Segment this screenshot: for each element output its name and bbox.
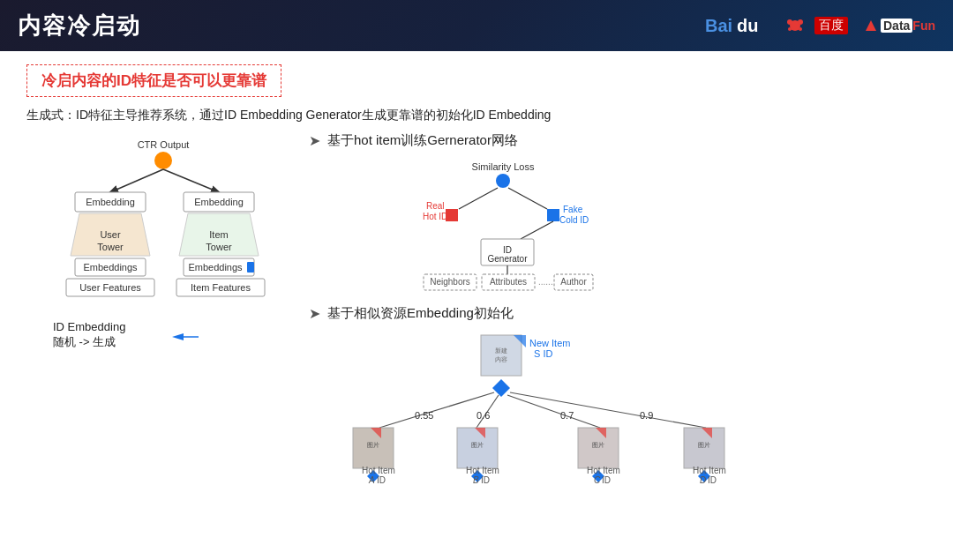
- svg-text:Embedding: Embedding: [86, 197, 135, 207]
- svg-text:图片: 图片: [698, 442, 710, 448]
- svg-text:Neighbors: Neighbors: [430, 277, 470, 287]
- description-text: 生成式：ID特征主导推荐系统，通过ID Embedding Generator生…: [26, 108, 927, 123]
- right-content: ➤ 基于hot item训练Gernerator网络 Similarity Lo…: [309, 132, 927, 489]
- hot-item-d-image: [684, 428, 724, 468]
- section2-title: 基于相似资源Embedding初始化: [327, 305, 514, 322]
- section1-title: 基于hot item训练Gernerator网络: [327, 132, 518, 149]
- datafun-logo: Data Fun: [864, 19, 935, 33]
- similar-diagram-svg: 新建 内容 New Item S ID 0.55 0.6 0.7: [309, 331, 803, 485]
- bullet-arrow-1: ➤: [309, 132, 320, 149]
- svg-text:Bai: Bai: [705, 16, 732, 35]
- baidu-logo-icon: Bai du: [705, 12, 776, 39]
- svg-text:Hot Item: Hot Item: [693, 466, 726, 475]
- subtitle-text: 冷启内容的ID特征是否可以更靠谱: [41, 72, 266, 89]
- svg-point-4: [798, 19, 803, 25]
- svg-text:A: A: [368, 475, 375, 485]
- ctr-output-label: CTR Output: [138, 139, 190, 150]
- id-arrow-head: [172, 333, 184, 340]
- svg-point-6: [799, 27, 802, 31]
- main-node-diamond: [492, 379, 510, 397]
- svg-text:Tower: Tower: [97, 242, 124, 252]
- section1-header: ➤ 基于hot item训练Gernerator网络: [309, 132, 927, 149]
- svg-text:Item Features: Item Features: [191, 282, 251, 293]
- datafun-icon: [864, 19, 878, 33]
- fake-label: Fake: [563, 205, 583, 214]
- svg-text:B: B: [473, 475, 479, 485]
- svg-text:图片: 图片: [471, 442, 484, 448]
- svg-text:Hot Item: Hot Item: [587, 466, 620, 475]
- main-area: CTR Output Embedding Embedding User Towe…: [26, 132, 927, 489]
- svg-text:......: ......: [538, 277, 553, 287]
- svg-text:Attributes: Attributes: [490, 277, 527, 287]
- cold-id-label: Cold ID: [559, 215, 589, 225]
- subtitle-box: 冷启内容的ID特征是否可以更靠谱: [26, 64, 281, 97]
- svg-text:User: User: [100, 229, 121, 240]
- score-d: 0.9: [640, 410, 653, 421]
- hot-item-c-image: [578, 428, 619, 468]
- svg-point-5: [788, 27, 792, 31]
- svg-text:ID: ID: [708, 475, 717, 485]
- sim-line-right: [508, 188, 547, 209]
- sim-loss-node: [496, 174, 510, 188]
- svg-text:D: D: [700, 475, 706, 485]
- svg-text:ID: ID: [377, 475, 386, 485]
- real-label: Real: [426, 201, 445, 211]
- baike-badge: 百度: [814, 17, 848, 34]
- gan-diagram-svg: Similarity Loss Real Hot ID Fake Cold ID: [309, 158, 803, 295]
- svg-text:Author: Author: [560, 277, 587, 287]
- svg-text:C: C: [594, 475, 601, 485]
- svg-text:内容: 内容: [495, 356, 507, 362]
- score-c: 0.7: [560, 410, 574, 421]
- svg-text:User Features: User Features: [79, 282, 141, 293]
- hot-item-b-image: [457, 428, 498, 468]
- fake-cold-square: [547, 209, 559, 221]
- svg-text:Generator: Generator: [487, 254, 528, 264]
- svg-text:Hot Item: Hot Item: [466, 466, 499, 475]
- svg-text:Hot Item: Hot Item: [362, 466, 395, 475]
- line-left: [110, 169, 163, 192]
- section2-header: ➤ 基于相似资源Embedding初始化: [309, 305, 927, 322]
- svg-text:Tower: Tower: [206, 242, 232, 252]
- page-title: 内容冷启动: [18, 11, 141, 41]
- hot-item-a-image: [353, 428, 394, 468]
- baidu-paw-icon: [784, 15, 806, 36]
- logo-area: Bai du 百度 Data Fun: [705, 12, 935, 39]
- bullet-arrow-2: ➤: [309, 305, 320, 322]
- id-embed-label2: 随机 -> 生成: [53, 335, 116, 348]
- svg-text:图片: 图片: [592, 442, 604, 448]
- svg-text:Item: Item: [209, 229, 228, 240]
- gen-line: [521, 221, 553, 239]
- svg-text:ID: ID: [602, 475, 611, 485]
- new-item-sid: S ID: [534, 348, 552, 359]
- svg-point-3: [787, 19, 792, 25]
- svg-text:Embeddings: Embeddings: [83, 262, 138, 273]
- hot-id-label: Hot ID: [423, 212, 447, 221]
- header: 内容冷启动 Bai du 百度 Data Fun: [0, 0, 953, 51]
- sim-loss-label: Similarity Loss: [472, 161, 535, 172]
- line-to-d: [510, 392, 706, 428]
- svg-text:ID: ID: [481, 475, 490, 485]
- svg-text:新建: 新建: [495, 347, 507, 354]
- left-diagram: CTR Output Embedding Embedding User Towe…: [26, 132, 291, 489]
- svg-text:Embedding: Embedding: [194, 197, 244, 207]
- score-a: 0.55: [415, 410, 433, 421]
- svg-text:图片: 图片: [367, 442, 379, 448]
- id-embed-label1: ID Embedding: [53, 320, 125, 333]
- svg-text:Embeddings: Embeddings: [188, 262, 243, 273]
- new-item-label: New Item: [529, 338, 570, 348]
- svg-marker-7: [866, 20, 876, 31]
- ctr-node: [154, 152, 172, 169]
- blue-indicator: [247, 262, 254, 273]
- new-item-image: [481, 335, 522, 376]
- score-b: 0.6: [476, 410, 490, 421]
- network-diagram-svg: CTR Output Embedding Embedding User Towe…: [26, 132, 291, 388]
- main-content: 冷启内容的ID特征是否可以更靠谱 生成式：ID特征主导推荐系统，通过ID Emb…: [0, 51, 953, 502]
- line-right: [163, 169, 219, 192]
- sim-line-left: [459, 188, 498, 209]
- svg-text:du: du: [737, 16, 758, 35]
